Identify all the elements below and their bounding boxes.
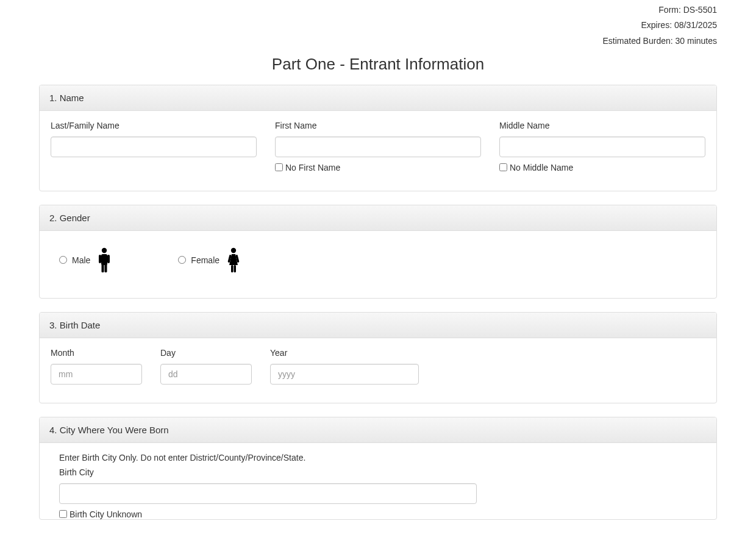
svg-rect-2: [99, 255, 101, 263]
svg-rect-10: [234, 265, 237, 272]
svg-point-0: [102, 248, 107, 253]
no-first-name-checkbox[interactable]: [275, 163, 283, 171]
first-name-input[interactable]: [275, 136, 481, 157]
section-gender-heading: 2. Gender: [40, 205, 716, 231]
form-meta: Form: DS-5501 Expires: 08/31/2025 Estima…: [39, 4, 717, 50]
day-input[interactable]: [160, 364, 252, 385]
page-title: Part One - Entrant Information: [39, 55, 717, 74]
birth-city-unknown-label: Birth City Unknown: [70, 509, 142, 519]
svg-rect-5: [105, 264, 107, 272]
gender-female-radio[interactable]: [178, 256, 186, 264]
section-gender: 2. Gender Male: [39, 205, 717, 299]
month-label: Month: [51, 348, 142, 358]
no-first-name-label: No First Name: [285, 163, 340, 172]
section-birth-date: 3. Birth Date Month Day Year: [39, 312, 717, 403]
gender-female-label: Female: [191, 255, 219, 265]
middle-name-label: Middle Name: [499, 121, 705, 130]
female-icon: [227, 247, 240, 274]
section-birth-date-heading: 3. Birth Date: [40, 313, 716, 338]
year-input[interactable]: [270, 364, 419, 385]
last-name-input[interactable]: [51, 136, 257, 157]
svg-rect-4: [102, 264, 104, 272]
section-birth-city: 4. City Where You Were Born Enter Birth …: [39, 417, 717, 520]
svg-point-6: [231, 248, 236, 253]
svg-rect-3: [107, 255, 110, 263]
birth-city-instruction: Enter Birth City Only. Do not enter Dist…: [59, 453, 705, 463]
form-expires: Expires: 08/31/2025: [39, 19, 717, 34]
no-middle-name-checkbox[interactable]: [499, 163, 507, 171]
birth-city-input[interactable]: [59, 483, 477, 504]
gender-male-radio[interactable]: [59, 256, 67, 264]
form-burden: Estimated Burden: 30 minutes: [39, 35, 717, 50]
section-name: 1. Name Last/Family Name First Name No F…: [39, 85, 717, 191]
day-label: Day: [160, 348, 252, 358]
year-label: Year: [270, 348, 419, 358]
no-middle-name-label: No Middle Name: [510, 163, 573, 172]
month-input[interactable]: [51, 364, 142, 385]
form-number: Form: DS-5501: [39, 4, 717, 19]
section-birth-city-heading: 4. City Where You Were Born: [40, 417, 716, 443]
section-name-heading: 1. Name: [40, 85, 716, 111]
birth-city-label: Birth City: [59, 467, 705, 477]
middle-name-input[interactable]: [499, 136, 705, 157]
first-name-label: First Name: [275, 121, 481, 130]
gender-male-label: Male: [72, 255, 90, 265]
last-name-label: Last/Family Name: [51, 121, 257, 130]
male-icon: [98, 247, 111, 274]
birth-city-unknown-checkbox[interactable]: [59, 510, 67, 518]
svg-rect-9: [231, 265, 234, 272]
svg-rect-1: [101, 254, 107, 265]
